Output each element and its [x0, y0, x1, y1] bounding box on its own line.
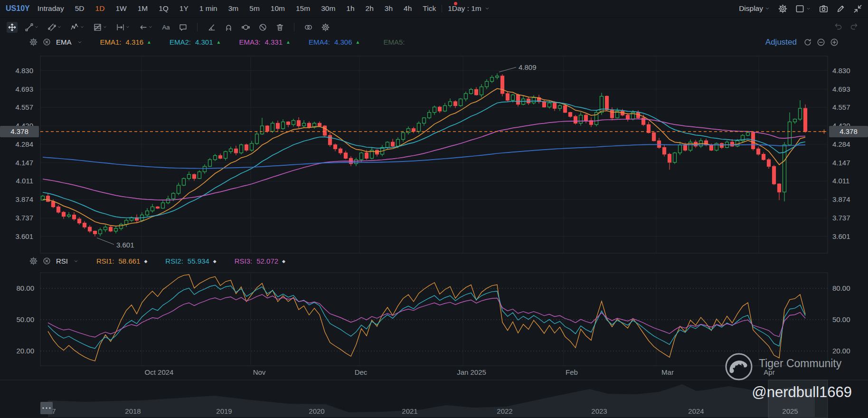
tab-1-min[interactable]: 1 min — [199, 4, 217, 13]
reset-icon[interactable] — [803, 38, 812, 47]
rsi-line-6 — [48, 275, 805, 361]
gear-icon[interactable] — [29, 38, 38, 46]
tab-tick[interactable]: Tick — [423, 4, 436, 13]
angle-icon[interactable] — [206, 22, 217, 33]
tab-1h[interactable]: 1h — [346, 4, 354, 13]
chevron-down-icon[interactable] — [73, 258, 79, 264]
drawing-tools: Aa — [7, 22, 331, 33]
move-crosshair-icon[interactable] — [7, 22, 18, 33]
svg-text:3.601: 3.601 — [15, 232, 33, 240]
settings-icon[interactable] — [778, 4, 787, 13]
svg-text:Feb: Feb — [566, 368, 578, 376]
tab-1w[interactable]: 1W — [115, 4, 126, 13]
trendline-icon[interactable] — [24, 22, 40, 33]
close-circle-icon[interactable] — [43, 38, 51, 46]
timeline-navigator[interactable]: 201720182019202020212022202320242025 — [40, 380, 828, 418]
fibonacci-icon[interactable] — [92, 22, 109, 33]
lock-drawings-icon[interactable] — [257, 22, 268, 33]
chevron-down-icon — [484, 6, 490, 11]
timeframe-tabs: Intraday5D1D1W1M1Q1Y1 min3m5m10m15m30m1h… — [38, 4, 436, 13]
svg-text:4.809: 4.809 — [519, 63, 537, 71]
tab-3m[interactable]: 3m — [228, 4, 239, 13]
price-axis[interactable]: 4.8304.8304.6934.6934.5574.5574.4204.420… — [0, 66, 868, 240]
period-selector[interactable]: 1Day : 1m — [448, 4, 490, 13]
svg-text:4.284: 4.284 — [832, 140, 850, 148]
indicator-value-ema4: EMA4:4.306▲ — [309, 38, 360, 46]
topbar-right-icons: Display — [739, 4, 862, 13]
watermark-user-handle: @nerdbull1669 — [727, 384, 852, 401]
svg-text:4.693: 4.693 — [832, 85, 850, 93]
symbol-label[interactable]: US10Y — [6, 4, 30, 13]
arrow-mark-icon[interactable] — [138, 22, 154, 33]
continuous-draw-icon[interactable] — [240, 22, 251, 33]
edit-icon[interactable] — [836, 4, 845, 13]
svg-text:2020: 2020 — [309, 407, 324, 415]
toolbar-separator — [294, 23, 294, 31]
ema-indicator-header: EMA EMA1:4.316▲EMA2:4.301▲EMA3:4.331▲EMA… — [29, 38, 405, 46]
layout-icon[interactable] — [795, 4, 811, 13]
svg-text:Mar: Mar — [661, 368, 674, 376]
svg-text:Jan 2025: Jan 2025 — [457, 368, 486, 376]
delete-drawings-icon[interactable] — [274, 22, 285, 33]
comment-icon[interactable] — [178, 22, 189, 33]
drawing-settings-icon[interactable] — [320, 22, 331, 33]
notification-dot — [454, 2, 457, 5]
camera-icon[interactable] — [819, 4, 828, 13]
svg-text:3.601: 3.601 — [832, 232, 850, 240]
indicator-value-ema1: EMA1:4.316▲ — [100, 38, 151, 46]
tab-4h[interactable]: 4h — [404, 4, 412, 13]
tab-5m[interactable]: 5m — [249, 4, 260, 13]
navigator-collapse-handle[interactable] — [40, 402, 53, 414]
svg-text:4.378: 4.378 — [10, 127, 28, 135]
tab-2h[interactable]: 2h — [366, 4, 374, 13]
text-tool-icon[interactable]: Aa — [160, 22, 171, 33]
tab-5d[interactable]: 5D — [75, 4, 85, 13]
tiger-logo-icon — [724, 352, 754, 382]
collapse-icon[interactable] — [853, 4, 862, 13]
svg-text:4.557: 4.557 — [15, 103, 33, 111]
svg-text:4.284: 4.284 — [15, 140, 33, 148]
extend-line-icon[interactable] — [115, 22, 132, 33]
svg-text:2022: 2022 — [497, 407, 512, 415]
compare-icon[interactable] — [303, 22, 314, 33]
chevron-down-icon[interactable] — [77, 39, 83, 45]
svg-text:50.00: 50.00 — [16, 315, 34, 323]
close-circle-icon[interactable] — [43, 257, 51, 265]
svg-text:4.557: 4.557 — [832, 103, 850, 111]
redo-icon[interactable] — [850, 22, 859, 32]
ema-values: EMA1:4.316▲EMA2:4.301▲EMA3:4.331▲EMA4:4.… — [100, 38, 360, 46]
adjusted-label[interactable]: Adjusted — [765, 38, 797, 47]
svg-text:4.011: 4.011 — [832, 177, 849, 185]
svg-text:2023: 2023 — [591, 407, 607, 415]
svg-text:2019: 2019 — [216, 407, 232, 415]
zoom-in-icon[interactable] — [830, 38, 839, 47]
channel-icon[interactable] — [47, 22, 63, 33]
indicator-name[interactable]: RSI — [56, 257, 68, 265]
tab-1d[interactable]: 1D — [95, 4, 105, 13]
tab-1m[interactable]: 1M — [138, 4, 148, 13]
chevron-down-icon — [764, 6, 770, 11]
gear-icon[interactable] — [29, 257, 38, 265]
tab-3h[interactable]: 3h — [385, 4, 393, 13]
svg-text:2024: 2024 — [688, 407, 704, 415]
tab-30m[interactable]: 30m — [321, 4, 335, 13]
zoom-out-icon[interactable] — [817, 38, 825, 47]
tab-1q[interactable]: 1Q — [159, 4, 169, 13]
svg-text:50.00: 50.00 — [832, 315, 850, 323]
tab-1y[interactable]: 1Y — [179, 4, 189, 13]
svg-text:Aa: Aa — [162, 24, 170, 31]
svg-text:4.378: 4.378 — [840, 127, 858, 135]
tab-15m[interactable]: 15m — [296, 4, 310, 13]
ema-line-9 — [43, 88, 805, 226]
tab-intraday[interactable]: Intraday — [38, 4, 64, 13]
indicator-name[interactable]: EMA — [56, 38, 72, 46]
svg-text:3.601: 3.601 — [116, 241, 134, 249]
svg-text:2018: 2018 — [125, 407, 141, 415]
tab-10m[interactable]: 10m — [271, 4, 285, 13]
divider — [442, 5, 442, 12]
svg-text:3.737: 3.737 — [15, 214, 33, 222]
magnet-icon[interactable] — [223, 22, 234, 33]
undo-icon[interactable] — [834, 22, 842, 32]
wave-pattern-icon[interactable] — [69, 22, 86, 33]
display-dropdown[interactable]: Display — [739, 4, 770, 13]
